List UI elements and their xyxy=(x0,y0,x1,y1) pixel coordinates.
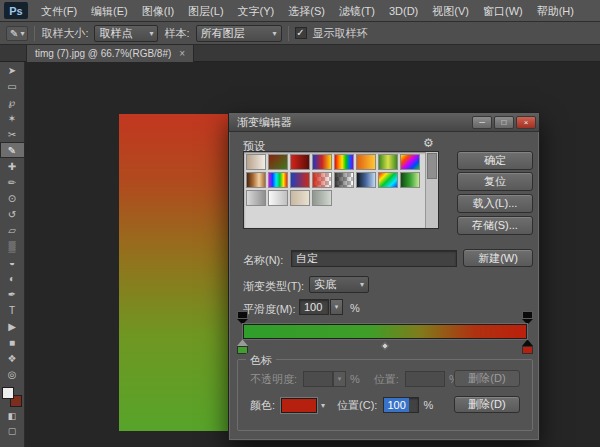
reset-button[interactable]: 复位 xyxy=(457,172,533,191)
gradient-preset-11[interactable] xyxy=(312,172,332,188)
ok-button[interactable]: 确定 xyxy=(457,151,533,170)
document-tab[interactable]: timg (7).jpg @ 66.7%(RGB/8#) × xyxy=(26,45,194,62)
percent-label: % xyxy=(423,399,433,411)
menu-item-0[interactable]: 文件(F) xyxy=(34,0,84,22)
show-sampling-ring-checkbox[interactable]: ✓ xyxy=(295,27,307,39)
eyedropper-tool[interactable]: ✎ xyxy=(0,142,25,158)
gradient-preset-14[interactable] xyxy=(378,172,398,188)
close-button[interactable]: × xyxy=(516,116,536,129)
dialog-title-bar[interactable]: 渐变编辑器 ─ □ × xyxy=(229,113,539,132)
opacity-stop-right[interactable] xyxy=(522,311,533,319)
menu-item-4[interactable]: 文字(Y) xyxy=(231,0,282,22)
gradient-preset-19[interactable] xyxy=(312,190,332,206)
menu-item-6[interactable]: 滤镜(T) xyxy=(332,0,382,22)
rectangular-marquee-tool[interactable]: ▭ xyxy=(0,78,25,94)
midpoint-diamond[interactable] xyxy=(381,342,389,350)
delete-color-stop-button[interactable]: 删除(D) xyxy=(454,396,520,413)
gradient-preset-13[interactable] xyxy=(356,172,376,188)
gradient-preset-fill xyxy=(247,191,265,205)
sample-size-select[interactable]: 取样点 ▾ xyxy=(94,25,158,42)
smoothness-dropdown[interactable]: ▾ xyxy=(330,299,343,315)
new-button[interactable]: 新建(W) xyxy=(463,249,533,267)
gradient-preset-9[interactable] xyxy=(268,172,288,188)
gradient-preset-12[interactable] xyxy=(334,172,354,188)
chevron-down-icon: ▾ xyxy=(149,29,153,38)
gradient-preset-fill xyxy=(379,155,397,169)
gradient-preset-5[interactable] xyxy=(356,154,376,170)
gradient-preset-4[interactable] xyxy=(334,154,354,170)
gradient-type-select[interactable]: 实底 ▾ xyxy=(309,276,369,293)
lasso-tool[interactable]: ℘ xyxy=(0,94,25,110)
presets-scrollbar[interactable] xyxy=(425,152,438,228)
save-button[interactable]: 存储(S)... xyxy=(457,216,533,235)
menu-item-10[interactable]: 帮助(H) xyxy=(530,0,581,22)
tab-close-button[interactable]: × xyxy=(179,48,185,59)
foreground-color-swatch[interactable] xyxy=(2,387,14,399)
blur-tool[interactable]: ◒ xyxy=(0,254,25,270)
brush-tool[interactable]: ✏ xyxy=(0,174,25,190)
hand-tool[interactable]: ❖ xyxy=(0,350,25,366)
gradient-preset-3[interactable] xyxy=(312,154,332,170)
maximize-button[interactable]: □ xyxy=(494,116,514,129)
menu-item-2[interactable]: 图像(I) xyxy=(135,0,181,22)
load-button[interactable]: 载入(L)... xyxy=(457,194,533,213)
gradient-preset-0[interactable] xyxy=(246,154,266,170)
zoom-tool[interactable]: ◎ xyxy=(0,366,25,382)
opacity-position-input xyxy=(405,371,445,387)
quick-selection-tool[interactable]: ✶ xyxy=(0,110,25,126)
shape-tool[interactable]: ■ xyxy=(0,334,25,350)
menu-item-1[interactable]: 编辑(E) xyxy=(84,0,135,22)
opacity-dropdown: ▾ xyxy=(333,371,346,387)
smoothness-input[interactable]: 100 xyxy=(299,299,329,315)
color-label: 颜色: xyxy=(250,398,275,413)
gradient-preset-2[interactable] xyxy=(290,154,310,170)
type-tool[interactable]: T xyxy=(0,302,25,318)
gradient-preset-7[interactable] xyxy=(400,154,420,170)
sample-label: 样本: xyxy=(164,26,189,41)
quick-mask-button[interactable]: ◧ xyxy=(0,408,25,423)
gear-icon[interactable]: ⚙ xyxy=(423,136,434,150)
gradient-tool[interactable]: ▒ xyxy=(0,238,25,254)
tool-preset-picker[interactable]: ✎ ▾ xyxy=(6,26,28,41)
color-position-label: 位置(C): xyxy=(337,398,377,413)
gradient-preset-15[interactable] xyxy=(400,172,420,188)
color-position-input[interactable]: 100 xyxy=(383,397,419,413)
menu-items: 文件(F)编辑(E)图像(I)图层(L)文字(Y)选择(S)滤镜(T)3D(D)… xyxy=(34,0,581,22)
gradient-preset-17[interactable] xyxy=(268,190,288,206)
crop-tool[interactable]: ✂ xyxy=(0,126,25,142)
stop-color-swatch[interactable] xyxy=(281,398,317,413)
tools-list: ➤▭℘✶✂✎✚✏⊙↺▱▒◒◐✒T▶■❖◎ xyxy=(0,62,25,382)
gradient-preset-fill xyxy=(313,173,331,187)
menu-item-7[interactable]: 3D(D) xyxy=(382,0,425,22)
menu-item-9[interactable]: 窗口(W) xyxy=(476,0,530,22)
gradient-preview-bar[interactable] xyxy=(243,324,527,339)
gradient-preset-fill xyxy=(335,173,353,187)
gradient-preset-fill xyxy=(269,173,287,187)
menu-item-8[interactable]: 视图(V) xyxy=(425,0,476,22)
gradient-preset-1[interactable] xyxy=(268,154,288,170)
minimize-button[interactable]: ─ xyxy=(472,116,492,129)
move-tool[interactable]: ➤ xyxy=(0,62,25,78)
gradient-name-input[interactable]: 自定 xyxy=(291,250,457,267)
gradient-preset-16[interactable] xyxy=(246,190,266,206)
screen-mode-button[interactable]: ▢ xyxy=(0,423,25,438)
dodge-tool[interactable]: ◐ xyxy=(0,270,25,286)
gradient-preset-10[interactable] xyxy=(290,172,310,188)
menu-item-3[interactable]: 图层(L) xyxy=(181,0,230,22)
scrollbar-thumb[interactable] xyxy=(427,153,437,179)
sample-select[interactable]: 所有图层 ▾ xyxy=(196,25,282,42)
gradient-preset-6[interactable] xyxy=(378,154,398,170)
clone-stamp-tool[interactable]: ⊙ xyxy=(0,190,25,206)
history-brush-tool[interactable]: ↺ xyxy=(0,206,25,222)
gradient-preset-8[interactable] xyxy=(246,172,266,188)
pen-tool[interactable]: ✒ xyxy=(0,286,25,302)
eraser-tool[interactable]: ▱ xyxy=(0,222,25,238)
opacity-stop-left[interactable] xyxy=(237,311,248,319)
gradient-preset-18[interactable] xyxy=(290,190,310,206)
menu-item-5[interactable]: 选择(S) xyxy=(281,0,332,22)
color-stop-right[interactable] xyxy=(522,346,533,354)
options-bar: ✎ ▾ 取样大小: 取样点 ▾ 样本: 所有图层 ▾ ✓ 显示取样环 xyxy=(0,22,600,45)
path-selection-tool[interactable]: ▶ xyxy=(0,318,25,334)
photoshop-app: Ps 文件(F)编辑(E)图像(I)图层(L)文字(Y)选择(S)滤镜(T)3D… xyxy=(0,0,600,447)
healing-brush-tool[interactable]: ✚ xyxy=(0,158,25,174)
